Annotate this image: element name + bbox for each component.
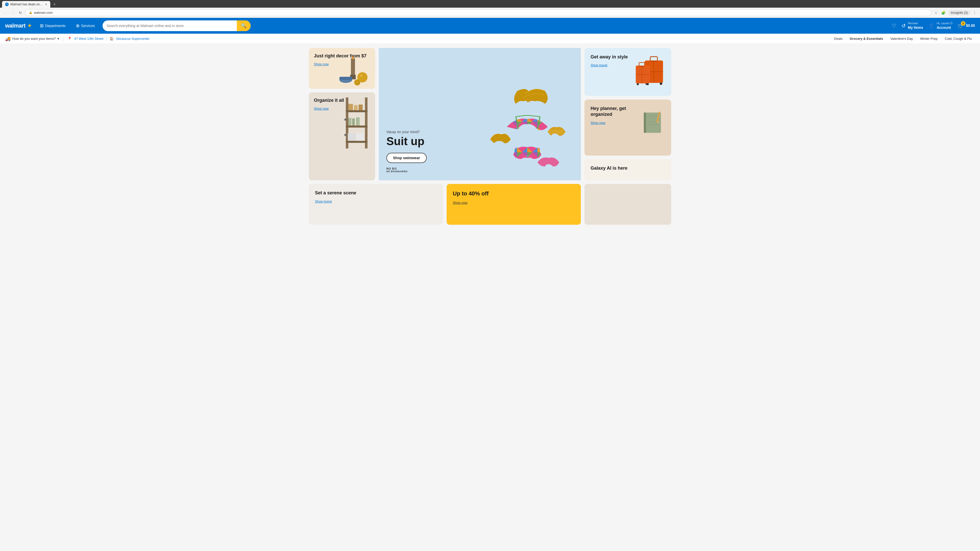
departments-label: Departments [45,24,65,28]
nav-winter-prep[interactable]: Winter Prep [917,36,941,41]
location-pin-icon: 📍 [68,37,72,41]
departments-button[interactable]: ⊞ Departments [37,21,68,30]
hero-image [476,81,573,173]
menu-button[interactable]: ⋮ [972,10,977,16]
svg-rect-19 [348,133,355,141]
brand-label: NO BO NO BOUNDARIES [387,167,476,173]
planner-promo-title: Hey planner, get organized [590,106,640,118]
promo-right-col: Get away in style Shop travel [584,48,671,180]
svg-text:▶: ▶ [345,133,347,137]
departments-icon: ⊞ [40,23,44,29]
svg-point-7 [354,79,360,86]
forward-button[interactable]: → [10,10,16,16]
svg-point-46 [660,83,662,85]
browser-actions: ☆ 🧩 Incognito (3) ⋮ [933,10,977,16]
nav-cold-flu[interactable]: Cold, Cough & Flu [942,36,975,41]
svg-point-52 [637,83,639,85]
services-icon: ⊕ [76,23,80,29]
scene-promo-title: Set a serene scene [315,190,437,196]
search-input[interactable] [103,21,237,30]
luggage-illustration [632,54,665,90]
bottom-right-card [584,184,671,225]
organize-promo-card[interactable]: Organize it all Shop now [309,92,375,180]
delivery-selector[interactable]: 🚚 How do you want your items? ▾ [5,36,64,41]
promo-bottom-grid: Set a serene scene Shop home Up to 40% o… [309,184,671,225]
promo-grid: Just right decor from $7 Shop now [309,48,671,180]
notebooks-illustration [640,106,665,139]
nav-valentines[interactable]: Valentine's Day [887,36,916,41]
services-label: Services [81,24,95,28]
planner-promo-card[interactable]: Hey planner, get organized Shop now [584,100,671,156]
quick-nav: Deals Grocery & Essentials Valentine's D… [831,36,975,41]
header-right: ♡ ↺ Reorder My Items 👤 Hi, Lauren D Acco… [892,21,975,30]
delivery-chevron-icon: ▾ [57,37,59,41]
nav-deals[interactable]: Deals [831,36,845,41]
account-sublabel: Account [937,25,953,30]
nav-grocery[interactable]: Grocery & Essentials [846,36,886,41]
svg-rect-12 [346,141,368,143]
walmart-spark: ✦ [27,22,32,29]
travel-shop-link[interactable]: Shop travel [590,63,608,67]
new-tab-button[interactable]: + [51,1,58,8]
account-label: Hi, Lauren D [937,21,953,25]
svg-rect-55 [644,113,646,133]
svg-rect-18 [356,118,360,125]
back-button[interactable]: ← [3,10,8,16]
scene-promo-card[interactable]: Set a serene scene Shop home [309,184,443,225]
svg-line-25 [516,115,527,117]
sale-shop-link[interactable]: Shop now [453,201,468,205]
address-bar[interactable]: 🔒 walmart.com [25,9,931,16]
extensions-button[interactable]: 🧩 [940,10,947,16]
planner-shop-link[interactable]: Shop now [590,121,605,125]
scene-shop-link[interactable]: Shop home [315,200,332,203]
store-label[interactable]: Secaucus Supercenter [116,37,150,41]
store-icon: 🏠 [110,37,114,41]
cart-amount: $0.00 [966,23,975,28]
reorder-icon: ↺ [901,23,906,29]
cart-button[interactable]: 🛒 0 $0.00 [958,23,975,29]
walmart-header: walmart ✦ ⊞ Departments ⊕ Services 🔍 ♡ ↺… [0,18,980,34]
address-label[interactable]: 47 West 13th Street [74,37,103,41]
main-content: Just right decor from $7 Shop now [304,44,676,229]
sub-header: 🚚 How do you want your items? ▾ 📍 47 Wes… [0,34,980,44]
svg-text:▶: ▶ [345,118,347,121]
tab-favicon: ★ [5,3,9,6]
sale-promo-card[interactable]: Up to 40% off Shop now [447,184,581,225]
svg-rect-17 [352,118,355,125]
services-button[interactable]: ⊕ Services [73,21,97,30]
galaxy-promo-card[interactable]: Galaxy AI is here [584,159,671,180]
reorder-button[interactable]: ↺ Reorder My Items [901,21,923,30]
organize-promo-title: Organize it all [314,97,370,103]
walmart-logo[interactable]: walmart ✦ [5,22,32,29]
wishlist-button[interactable]: ♡ [892,23,896,29]
hero-promo-card[interactable]: Vacay on your mind? Suit up Shop swimwea… [379,48,581,180]
search-button[interactable]: 🔍 [237,21,251,31]
incognito-badge: Incognito (3) [948,10,970,15]
location-info: 📍 47 West 13th Street | 🏠 Secaucus Super… [68,37,150,41]
travel-promo-card[interactable]: Get away in style Shop travel [584,48,671,96]
reload-button[interactable]: ↻ [18,10,23,16]
account-button[interactable]: 👤 Hi, Lauren D Account [928,21,953,30]
svg-rect-27 [514,148,540,158]
logo-text: walmart [5,22,25,29]
galaxy-promo-title: Galaxy AI is here [590,165,665,171]
svg-rect-11 [346,125,368,127]
decor-promo-card[interactable]: Just right decor from $7 Shop now [309,48,375,89]
decor-shop-link[interactable]: Shop now [314,62,329,66]
browser-tab[interactable]: ★ Walmart has deals on the most... ✕ [2,1,50,8]
svg-rect-4 [339,77,352,80]
hero-subtitle: Vacay on your mind? [387,130,476,134]
browser-nav-bar: ← → ↻ 🔒 walmart.com ☆ 🧩 Incognito (3) ⋮ [0,8,980,18]
tab-close-button[interactable]: ✕ [45,3,47,6]
organize-shop-link[interactable]: Shop now [314,106,329,110]
promo-left-col: Just right decor from $7 Shop now [309,48,375,180]
sale-promo-title: Up to 40% off [453,190,575,197]
svg-line-26 [527,115,540,117]
tab-title: Walmart has deals on the most... [10,3,43,6]
shop-swimwear-button[interactable]: Shop swimwear [387,153,427,163]
lock-icon: 🔒 [29,11,32,14]
reorder-label: Reorder [908,21,923,25]
bookmark-button[interactable]: ☆ [933,10,939,16]
hero-title: Suit up [387,135,476,148]
svg-point-53 [647,83,649,85]
